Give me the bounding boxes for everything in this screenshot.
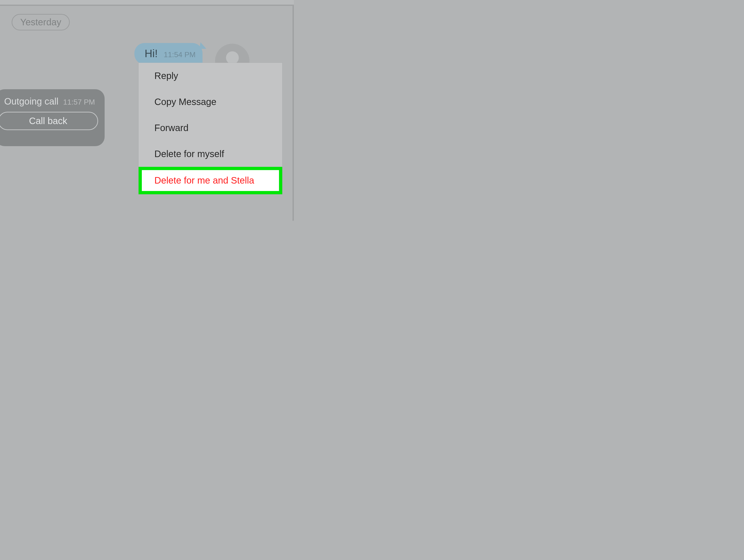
call-time: 11:57 PM	[63, 98, 95, 107]
menu-reply[interactable]: Reply	[139, 63, 282, 89]
avatar-head	[226, 51, 239, 64]
outgoing-call-card: Outgoing call 11:57 PM Call back	[0, 89, 105, 146]
date-separator-label: Yesterday	[20, 17, 61, 27]
message-time: 11:54 PM	[164, 50, 195, 59]
menu-delete-both-label: Delete for me and Stella	[154, 175, 254, 186]
menu-forward[interactable]: Forward	[139, 115, 282, 141]
window-titlebar	[0, 0, 294, 5]
call-header: Outgoing call 11:57 PM	[0, 96, 100, 107]
date-separator-chip: Yesterday	[12, 14, 70, 31]
menu-copy-message[interactable]: Copy Message	[139, 89, 282, 115]
call-title: Outgoing call	[4, 96, 59, 107]
menu-delete-self-label: Delete for myself	[154, 149, 224, 159]
message-context-menu: Reply Copy Message Forward Delete for my…	[139, 63, 282, 194]
sent-message-bubble[interactable]: Hi! 11:54 PM	[135, 43, 202, 64]
menu-delete-both[interactable]: Delete for me and Stella	[139, 167, 282, 194]
message-text: Hi!	[145, 47, 158, 60]
menu-reply-label: Reply	[154, 71, 178, 81]
call-back-button[interactable]: Call back	[0, 112, 98, 130]
call-back-label: Call back	[29, 116, 67, 126]
menu-forward-label: Forward	[154, 123, 189, 133]
menu-delete-self[interactable]: Delete for myself	[139, 141, 282, 167]
menu-copy-label: Copy Message	[154, 97, 217, 107]
